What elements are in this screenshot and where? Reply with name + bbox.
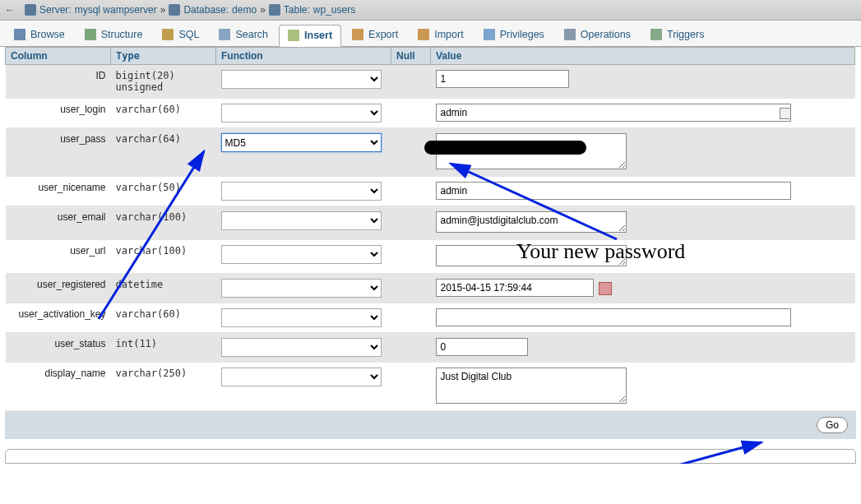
header-column: Column (6, 48, 111, 65)
function-select[interactable] (221, 308, 382, 327)
tab-structure[interactable]: Structure (76, 24, 152, 46)
breadcrumb-bar: ← Server: mysql wampserver » Database: d… (0, 0, 861, 21)
null-cell (391, 333, 431, 363)
header-type: Type (111, 48, 216, 65)
breadcrumb-database[interactable]: Database: demo (165, 4, 260, 16)
null-cell (391, 206, 431, 240)
tab-operations[interactable]: Operations (555, 24, 640, 46)
sql-icon (162, 29, 174, 40)
go-button[interactable]: Go (817, 417, 848, 433)
table-row: user_urlvarchar(100) (6, 240, 855, 274)
value-input[interactable] (436, 338, 528, 356)
table-row: user_emailvarchar(100) (6, 206, 855, 240)
null-cell (391, 128, 431, 177)
autofill-icon (780, 108, 791, 119)
column-type: varchar(100) (111, 206, 216, 240)
operations-icon (564, 29, 576, 40)
calendar-icon[interactable] (599, 282, 612, 295)
function-select[interactable] (221, 279, 382, 298)
tab-label: Privileges (500, 29, 544, 40)
column-type: varchar(60) (111, 303, 216, 333)
server-name: mysql wampserver (75, 4, 157, 16)
tab-bar: Browse Structure SQL Search Insert Expor… (0, 21, 861, 47)
column-type: varchar(50) (111, 177, 216, 206)
null-cell (391, 274, 431, 303)
header-function: Function (216, 48, 391, 65)
table-row: user_loginvarchar(60) (6, 99, 855, 128)
tab-label: Structure (101, 29, 143, 40)
db-name: demo (232, 4, 257, 16)
value-input[interactable] (436, 211, 627, 233)
column-type: varchar(60) (111, 99, 216, 128)
tab-label: Browse (30, 29, 65, 40)
structure-icon (85, 29, 96, 40)
redaction-bar (424, 141, 586, 155)
back-arrow-icon[interactable]: ← (5, 4, 21, 16)
database-icon (169, 4, 180, 16)
column-name: user_status (6, 333, 111, 363)
table-row: display_namevarchar(250) (6, 363, 855, 411)
tab-label: Search (235, 29, 268, 40)
table-row: user_registereddatetime (6, 274, 855, 303)
value-input[interactable] (436, 368, 627, 404)
function-select[interactable]: MD5 (221, 133, 382, 152)
triggers-icon (650, 29, 662, 40)
insert-form-table: Column Type Function Null Value IDbigint… (5, 47, 855, 411)
column-name: user_login (6, 99, 111, 128)
tab-label: Insert (304, 30, 332, 41)
privileges-icon (484, 29, 495, 40)
tab-insert[interactable]: Insert (279, 25, 341, 47)
column-type: varchar(100) (111, 240, 216, 274)
server-label: Server: (39, 4, 72, 16)
breadcrumb-table[interactable]: Table: wp_users (266, 4, 359, 16)
tab-privileges[interactable]: Privileges (474, 24, 553, 46)
function-select[interactable] (221, 70, 382, 89)
form-footer: Go (5, 411, 856, 439)
import-icon (418, 29, 429, 40)
breadcrumb-server[interactable]: Server: mysql wampserver (21, 4, 160, 16)
function-select[interactable] (221, 338, 382, 357)
function-select[interactable] (221, 104, 382, 123)
null-cell (391, 303, 431, 333)
function-select[interactable] (221, 211, 382, 230)
tab-label: Import (434, 29, 463, 40)
null-cell (391, 65, 431, 99)
tab-browse[interactable]: Browse (5, 24, 74, 46)
table-row: user_statusint(11) (6, 333, 855, 363)
table-row: user_nicenamevarchar(50) (6, 177, 855, 206)
tab-search[interactable]: Search (210, 24, 277, 46)
column-type: varchar(64) (111, 128, 216, 177)
table-row: user_activation_keyvarchar(60) (6, 303, 855, 333)
header-value: Value (431, 48, 855, 65)
db-label: Database: (183, 4, 229, 16)
value-input[interactable] (436, 245, 627, 266)
column-name: ID (6, 65, 111, 99)
insert-icon (288, 30, 299, 41)
tab-import[interactable]: Import (409, 24, 472, 46)
null-cell (391, 177, 431, 206)
function-select[interactable] (221, 182, 382, 201)
tab-triggers[interactable]: Triggers (641, 24, 713, 46)
null-cell (391, 240, 431, 274)
function-select[interactable] (221, 368, 382, 386)
tab-export[interactable]: Export (343, 24, 407, 46)
table-row: IDbigint(20) unsigned (6, 65, 855, 99)
tab-label: Triggers (667, 29, 704, 40)
null-cell (391, 99, 431, 128)
table-icon (269, 4, 280, 16)
breadcrumb-separator: » (260, 4, 266, 16)
column-type: int(11) (111, 333, 216, 363)
value-input[interactable] (436, 308, 791, 326)
tab-sql[interactable]: SQL (153, 24, 208, 46)
value-input[interactable] (436, 279, 594, 297)
function-select[interactable] (221, 245, 382, 264)
header-null: Null (391, 48, 431, 65)
server-icon (25, 4, 36, 16)
value-input[interactable] (436, 182, 791, 200)
column-name: display_name (6, 363, 111, 411)
next-fieldset (5, 449, 856, 464)
tab-label: Export (368, 29, 398, 40)
table-label: Table: (284, 4, 310, 16)
value-input[interactable] (436, 70, 569, 88)
value-input[interactable] (436, 104, 791, 122)
